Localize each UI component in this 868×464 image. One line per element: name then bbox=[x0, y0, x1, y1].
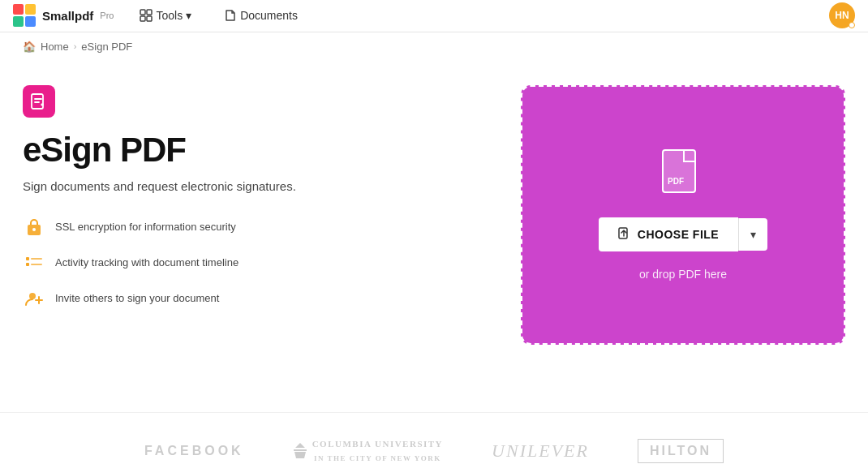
svg-rect-2 bbox=[13, 16, 24, 27]
avatar[interactable]: HN bbox=[829, 2, 855, 28]
svg-rect-11 bbox=[26, 257, 29, 260]
svg-text:PDF: PDF bbox=[668, 177, 684, 186]
breadcrumb-current: eSign PDF bbox=[81, 41, 132, 53]
svg-rect-7 bbox=[147, 16, 152, 21]
page-title: eSign PDF bbox=[23, 131, 488, 170]
documents-nav[interactable]: Documents bbox=[217, 6, 304, 25]
sign-icon bbox=[30, 92, 48, 110]
document-icon bbox=[224, 9, 237, 22]
header: Smallpdf Pro Tools ▾ Documents HN bbox=[0, 0, 868, 32]
svg-rect-14 bbox=[31, 264, 42, 265]
svg-point-15 bbox=[29, 293, 36, 299]
breadcrumb: 🏠 Home › eSign PDF bbox=[0, 32, 868, 61]
left-panel: eSign PDF Sign documents and request ele… bbox=[23, 77, 488, 388]
logo-text: Smallpdf bbox=[42, 9, 93, 23]
documents-label: Documents bbox=[240, 9, 298, 22]
avatar-initials: HN bbox=[835, 10, 849, 21]
feature-tracking: Activity tracking with document timeline bbox=[23, 251, 488, 274]
breadcrumb-home[interactable]: Home bbox=[41, 41, 69, 53]
svg-rect-6 bbox=[140, 16, 145, 21]
main-content: eSign PDF Sign documents and request ele… bbox=[0, 61, 868, 388]
logo-area[interactable]: Smallpdf Pro bbox=[13, 4, 114, 27]
pdf-file-icon: PDF bbox=[661, 148, 706, 201]
tools-label: Tools bbox=[156, 9, 183, 22]
svg-rect-5 bbox=[147, 10, 152, 15]
hilton-logo: HILTON bbox=[638, 439, 724, 463]
home-icon: 🏠 bbox=[23, 41, 36, 53]
svg-rect-1 bbox=[25, 4, 36, 15]
grid-icon bbox=[140, 9, 153, 22]
pdf-icon-area: PDF bbox=[661, 148, 706, 201]
invite-icon bbox=[23, 287, 45, 310]
tools-chevron-icon: ▾ bbox=[186, 9, 191, 22]
pro-badge: Pro bbox=[100, 11, 114, 20]
choose-file-dropdown[interactable]: ▾ bbox=[738, 218, 767, 251]
unilever-logo: Unilever bbox=[492, 440, 589, 462]
feature-invite-text: Invite others to sign your document bbox=[55, 292, 219, 304]
drop-text: or drop PDF here bbox=[639, 268, 727, 281]
choose-file-row: CHOOSE FILE ▾ bbox=[599, 217, 767, 251]
feature-invite: Invite others to sign your document bbox=[23, 287, 488, 310]
svg-rect-0 bbox=[13, 4, 24, 15]
trusted-logos-section: FACEBOOK Columbia UniversityIn The City … bbox=[0, 412, 868, 464]
header-right: HN bbox=[829, 2, 855, 28]
chevron-down-icon: ▾ bbox=[750, 228, 756, 241]
breadcrumb-separator: › bbox=[74, 41, 77, 51]
esign-icon-box bbox=[23, 85, 55, 118]
svg-rect-18 bbox=[663, 150, 695, 192]
tools-nav[interactable]: Tools ▾ bbox=[133, 6, 198, 25]
svg-rect-4 bbox=[140, 10, 145, 15]
page-subtitle: Sign documents and request electronic si… bbox=[23, 179, 488, 193]
tracking-icon bbox=[23, 251, 45, 274]
feature-ssl: SSL encryption for information security bbox=[23, 216, 488, 238]
feature-ssl-text: SSL encryption for information security bbox=[55, 221, 236, 233]
feature-tracking-text: Activity tracking with document timeline bbox=[55, 256, 238, 269]
svg-rect-13 bbox=[26, 263, 29, 266]
feature-list: SSL encryption for information security … bbox=[23, 216, 488, 310]
choose-file-button[interactable]: CHOOSE FILE bbox=[599, 217, 738, 251]
avatar-dot bbox=[849, 22, 855, 28]
svg-rect-3 bbox=[25, 16, 36, 27]
svg-rect-12 bbox=[31, 258, 42, 260]
smallpdf-logo-icon bbox=[13, 4, 36, 27]
svg-point-10 bbox=[32, 228, 36, 231]
ssl-icon bbox=[23, 216, 45, 238]
columbia-logo: Columbia UniversityIn The City Of New Yo… bbox=[293, 437, 443, 464]
dropzone[interactable]: PDF CHOOSE FILE ▾ or drop PDF here bbox=[521, 85, 845, 345]
columbia-crown-icon bbox=[293, 442, 307, 460]
facebook-logo: FACEBOOK bbox=[144, 444, 244, 458]
file-upload-icon bbox=[618, 227, 631, 242]
svg-rect-8 bbox=[32, 94, 43, 109]
choose-file-label: CHOOSE FILE bbox=[638, 228, 719, 241]
